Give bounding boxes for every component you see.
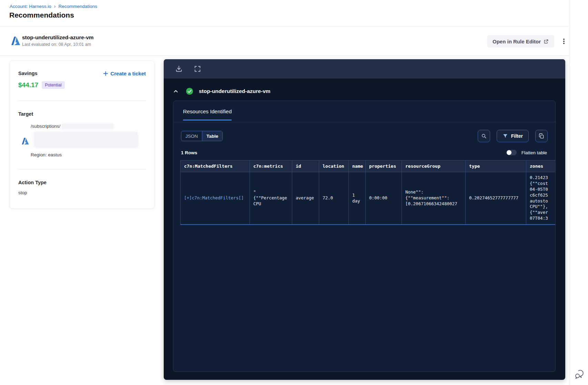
- recommendations-page: Account: Harness.io › Recommendations Re…: [0, 0, 588, 385]
- resources-card: Resources Identified JSON Table: [173, 101, 556, 372]
- col-c7n-matchedfilters: c7n:MatchedFilters: [181, 160, 250, 172]
- resources-table-container[interactable]: c7n:MatchedFilters c7n:metrics id locati…: [180, 160, 556, 225]
- divider: [18, 101, 146, 101]
- fullscreen-icon[interactable]: [193, 64, 202, 74]
- filter-icon: [503, 133, 508, 139]
- recommendation-header: stop-underutilized-azure-vm Last evaluat…: [0, 26, 588, 56]
- divider: [18, 169, 146, 169]
- redacted-value: [62, 124, 113, 129]
- target-label: Target: [18, 111, 146, 117]
- panel-toolbar: [164, 59, 565, 79]
- cell-type: 0.20274652777777777: [466, 172, 526, 225]
- col-zones: zones: [526, 160, 556, 172]
- page-gutter: [569, 0, 588, 385]
- tab-resources-identified[interactable]: Resources Identified: [183, 108, 232, 121]
- chevron-up-icon[interactable]: [173, 87, 180, 95]
- cell-location: 72.0: [319, 172, 349, 225]
- rows-count: 1 Rows: [181, 150, 197, 155]
- target-region: Region: eastus: [31, 152, 146, 157]
- breadcrumb-account-link[interactable]: Account: Harness.io: [10, 4, 51, 9]
- cell-zones: 0.21423 {""cost 04-05T0 c6cf625 autosto …: [526, 172, 556, 225]
- col-name: name: [349, 160, 366, 172]
- target-path: /subscriptions/: [31, 124, 60, 129]
- create-ticket-button[interactable]: Create a ticket: [103, 71, 146, 76]
- potential-badge: Potential: [42, 81, 65, 89]
- panel-titlebar: stop-underutilized-azure-vm: [164, 79, 565, 95]
- table-controls: JSON Table Filter: [181, 130, 548, 142]
- table-row: [+]c7n:MatchedFilters[] " {""Percentage …: [181, 172, 556, 225]
- flatten-table-label: Flatten table: [521, 150, 547, 155]
- redacted-value: [34, 132, 138, 147]
- flatten-table-toggle[interactable]: [506, 150, 517, 155]
- resources-panel: stop-underutilized-azure-vm Resources Id…: [164, 59, 565, 380]
- action-type-label: Action Type: [18, 180, 146, 185]
- recommendation-title: stop-underutilized-azure-vm: [22, 34, 94, 41]
- table-header-row: c7n:MatchedFilters c7n:metrics id locati…: [181, 160, 556, 172]
- resources-table: c7n:MatchedFilters c7n:metrics id locati…: [180, 160, 556, 225]
- download-icon[interactable]: [174, 64, 184, 74]
- breadcrumb-separator: ›: [54, 3, 56, 9]
- cell-c7n-metrics: " {""Percentage CPU: [250, 172, 292, 225]
- chat-help-icon[interactable]: [574, 368, 585, 380]
- tab-bar: Resources Identified: [173, 101, 555, 122]
- rows-row: 1 Rows Flatten table: [181, 150, 547, 155]
- view-toggle-json[interactable]: JSON: [181, 131, 202, 141]
- col-properties: properties: [366, 160, 402, 172]
- cell-properties: 0:00:00: [366, 172, 402, 225]
- cell-matchedfilters-expand-link[interactable]: [+]c7n:MatchedFilters[]: [181, 172, 250, 225]
- summary-card: Savings Create a ticket $44.17 Potential…: [10, 61, 154, 209]
- action-type-value: stop: [18, 190, 146, 195]
- panel-recommendation-name: stop-underutilized-azure-vm: [199, 88, 271, 94]
- cell-id: average: [292, 172, 319, 225]
- cell-name: 1 day: [349, 172, 366, 225]
- create-ticket-label: Create a ticket: [110, 71, 146, 76]
- view-toggle-table[interactable]: Table: [202, 131, 222, 141]
- breadcrumb-recommendations-link[interactable]: Recommendations: [58, 4, 97, 9]
- check-circle-icon: [186, 87, 193, 95]
- savings-value: $44.17: [18, 81, 38, 89]
- azure-icon: [10, 36, 21, 46]
- view-toggle: JSON Table: [181, 131, 223, 141]
- filter-button-label: Filter: [511, 133, 523, 139]
- col-resourcegroup: resourceGroup: [402, 160, 466, 172]
- search-button[interactable]: [478, 130, 490, 142]
- copy-icon: [538, 133, 545, 139]
- col-type: type: [466, 160, 526, 172]
- plus-icon: [103, 71, 108, 76]
- col-c7n-metrics: c7n:metrics: [250, 160, 292, 172]
- col-location: location: [319, 160, 349, 172]
- azure-icon: [21, 137, 29, 145]
- copy-button[interactable]: [535, 130, 548, 142]
- filter-button[interactable]: Filter: [497, 130, 529, 142]
- open-rule-editor-button[interactable]: Open in Rule Editor: [487, 35, 554, 48]
- kebab-menu-icon[interactable]: [560, 37, 569, 46]
- breadcrumb: Account: Harness.io › Recommendations: [10, 3, 97, 9]
- recommendation-last-evaluated: Last evaluated on: 08 Apr, 10:01 am: [22, 42, 91, 47]
- savings-label: Savings: [18, 71, 38, 76]
- col-id: id: [292, 160, 319, 172]
- external-link-icon: [544, 39, 549, 44]
- cell-resourcegroup: None"": {""measurement"": [0.20671066342…: [402, 172, 466, 225]
- search-icon: [481, 133, 487, 139]
- page-title: Recommendations: [9, 11, 74, 19]
- open-rule-editor-label: Open in Rule Editor: [493, 39, 541, 44]
